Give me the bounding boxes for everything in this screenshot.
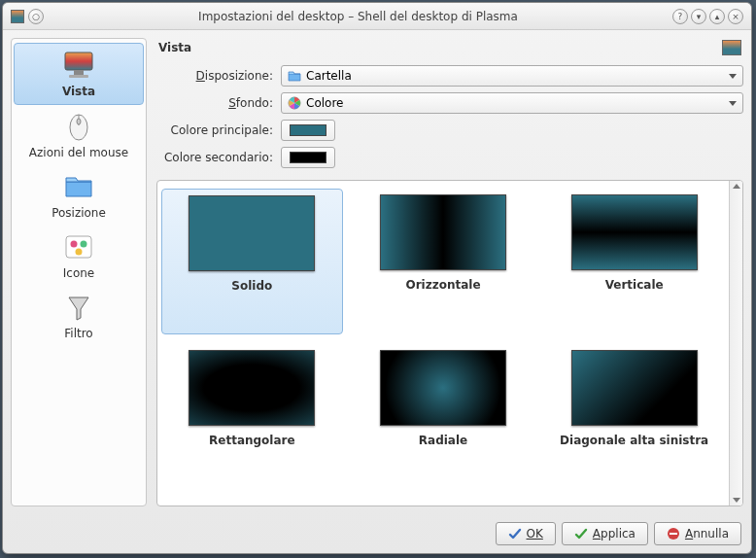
color-principal-button[interactable]: [281, 120, 335, 141]
label-disposizione: Disposizione:: [156, 69, 273, 83]
label-colore-secondario: Colore secondario:: [156, 151, 273, 164]
svg-rect-12: [670, 533, 677, 535]
button-label: OK: [527, 527, 543, 541]
pattern-thumb: [571, 194, 698, 270]
pattern-thumb: [380, 350, 506, 426]
maximize-icon[interactable]: ▴: [709, 9, 725, 24]
monitor-small-icon: [722, 40, 741, 55]
titlebar: ○ Impostazioni del desktop – Shell del d…: [3, 3, 751, 30]
cancel-button[interactable]: Annulla: [654, 522, 741, 545]
main-panel: Vista Disposizione: Cartella Sfondo:: [156, 38, 743, 506]
folder-small-icon: [288, 70, 301, 82]
check-icon: [508, 527, 522, 541]
pattern-thumb: [571, 350, 698, 426]
pattern-verticale[interactable]: Verticale: [543, 189, 725, 334]
cancel-icon: [667, 527, 680, 541]
button-label: Annulla: [685, 527, 729, 541]
pattern-gallery: Solido Orizzontale Verticale Rettangolar…: [157, 181, 729, 506]
chevron-down-icon: [729, 74, 737, 79]
check-green-icon: [574, 527, 588, 541]
category-sidebar: Vista Azioni del mouse Posizione Icone: [11, 38, 147, 506]
pattern-diagonale-alta-sinistra[interactable]: Diagonale alta sinistra: [543, 344, 725, 490]
svg-point-8: [81, 241, 87, 248]
sidebar-item-vista[interactable]: Vista: [14, 43, 144, 105]
pattern-label: Orizzontale: [405, 278, 480, 292]
pattern-orizzontale[interactable]: Orizzontale: [353, 189, 534, 334]
sidebar-item-label: Icone: [63, 266, 94, 280]
svg-rect-1: [74, 70, 84, 75]
sidebar-item-label: Filtro: [64, 327, 92, 340]
pattern-thumb: [380, 194, 506, 270]
pattern-label: Radiale: [419, 434, 467, 447]
folder-icon: [63, 171, 94, 202]
gallery-scrollbar[interactable]: [729, 181, 742, 506]
color-principal-swatch: [290, 124, 326, 136]
scroll-up-icon[interactable]: [733, 184, 740, 189]
close-icon[interactable]: ×: [728, 9, 743, 24]
combo-value: Cartella: [306, 69, 352, 83]
svg-rect-2: [69, 75, 88, 78]
sidebar-item-label: Azioni del mouse: [29, 146, 128, 159]
help-icon[interactable]: ?: [672, 9, 688, 24]
window-menu-icon[interactable]: ○: [28, 9, 44, 24]
pattern-rettangolare[interactable]: Rettangolare: [161, 344, 343, 490]
pattern-radiale[interactable]: Radiale: [353, 344, 534, 490]
pattern-thumb: [189, 350, 315, 426]
combo-disposizione[interactable]: Cartella: [281, 65, 743, 87]
svg-rect-0: [65, 52, 92, 70]
pattern-thumb: [189, 195, 315, 271]
svg-point-7: [71, 241, 78, 248]
pattern-solido[interactable]: Solido: [161, 189, 343, 334]
funnel-icon: [63, 292, 94, 323]
apply-button[interactable]: Applica: [562, 522, 648, 545]
label-colore-principale: Colore principale:: [156, 123, 273, 137]
app-icon: [11, 10, 24, 23]
pattern-label: Diagonale alta sinistra: [560, 434, 708, 447]
sidebar-item-label: Posizione: [52, 206, 106, 220]
combo-sfondo[interactable]: Colore: [281, 92, 743, 114]
palette-icon: [63, 231, 94, 262]
window-title: Impostazioni del desktop – Shell del des…: [44, 10, 672, 23]
label-sfondo: Sfondo:: [156, 96, 273, 110]
pattern-gallery-frame: Solido Orizzontale Verticale Rettangolar…: [156, 180, 743, 506]
settings-window: ○ Impostazioni del desktop – Shell del d…: [2, 2, 752, 554]
minimize-icon[interactable]: ▾: [691, 9, 706, 24]
chevron-down-icon: [729, 101, 737, 106]
sidebar-item-label: Vista: [62, 85, 95, 98]
sidebar-item-filtro[interactable]: Filtro: [14, 286, 144, 346]
monitor-icon: [63, 50, 94, 81]
ok-button[interactable]: OK: [496, 522, 556, 545]
color-secondary-swatch: [290, 152, 326, 163]
color-secondary-button[interactable]: [281, 147, 335, 168]
svg-point-5: [77, 119, 81, 124]
pattern-label: Verticale: [605, 278, 664, 292]
sidebar-item-mouse[interactable]: Azioni del mouse: [14, 105, 144, 165]
dialog-button-bar: OK Applica Annulla: [3, 514, 751, 553]
pattern-label: Solido: [231, 279, 272, 293]
color-wheel-icon: [288, 96, 301, 110]
pattern-label: Rettangolare: [209, 434, 295, 447]
mouse-icon: [63, 111, 94, 142]
button-label: Applica: [593, 527, 636, 541]
combo-value: Colore: [306, 96, 343, 110]
sidebar-item-icone[interactable]: Icone: [14, 226, 144, 286]
svg-point-9: [76, 249, 83, 256]
page-title: Vista: [158, 41, 191, 54]
sidebar-item-posizione[interactable]: Posizione: [14, 165, 144, 226]
scroll-down-icon[interactable]: [733, 498, 740, 503]
